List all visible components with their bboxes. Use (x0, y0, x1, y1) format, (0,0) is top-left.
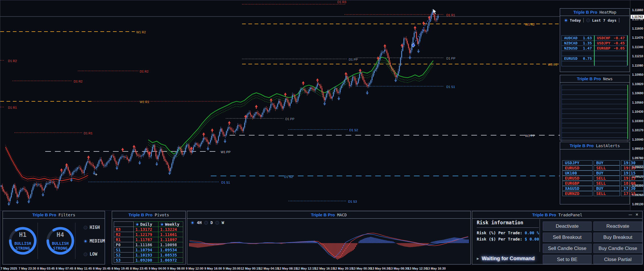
alerts-panel-title[interactable]: Triple B Pro LastAlerts (560, 142, 629, 149)
radio-label[interactable]: 4H (197, 220, 202, 225)
macd-plot (187, 225, 470, 264)
pivot-cell: R2 (114, 232, 134, 237)
reactivate-button[interactable]: Reactivate (593, 221, 642, 231)
brand-label: Triple B Pro (577, 76, 601, 81)
buy-candle-close-button[interactable]: Buy Candle Close (593, 244, 642, 253)
pivot-row: S31.092001.06972 (114, 258, 183, 263)
time-tick-label: 8 May 03:45 (37, 267, 55, 270)
heatmap-panel-title[interactable]: Triple B Pro HeatMap (560, 9, 629, 16)
risk-line: Risk (%) Per Trade: 0.00 % (477, 231, 539, 235)
pivot-cell: 1.13224 (158, 227, 183, 232)
news-row (562, 114, 628, 119)
pivot-mode-radio-daily[interactable] (135, 223, 139, 226)
radio-dot[interactable] (84, 239, 87, 243)
alert-cell: SELL (594, 181, 620, 186)
time-tick-label: 9 May 20:00 (223, 267, 241, 270)
pivot-label: D1 S1 (221, 181, 230, 184)
brand-label: Triple B Pro (570, 143, 594, 148)
trade-panel-title[interactable]: Triple B Pro TradePanel (472, 211, 642, 219)
alert-cell: USDJPY (562, 160, 593, 165)
pivot-row: S11.107941.09534 (114, 247, 183, 252)
pivot-col-header[interactable]: Daily (134, 222, 158, 227)
pivot-cell: 1.09200 (134, 258, 158, 263)
alert-row: USDJPYBUY19:30 (562, 160, 644, 165)
filter-radio-high[interactable]: HIGH (84, 225, 100, 230)
pivot-label: W1 R2 (525, 23, 535, 26)
macd-radio-w[interactable] (215, 221, 219, 225)
time-tick-label: 12 May 08:15 (278, 267, 297, 270)
time-tick-label: 13 May 12:30 (408, 267, 427, 270)
news-right-accent (628, 85, 628, 139)
buy-breakout-button[interactable]: Buy Breakout (593, 233, 642, 242)
radio-label[interactable]: W (222, 220, 224, 225)
price-tick-label: 1.10170 (632, 128, 643, 132)
news-row (562, 85, 628, 90)
radio-label[interactable]: D (210, 220, 213, 225)
radio-dot[interactable] (84, 226, 87, 229)
pivot-cell: 1.10794 (134, 247, 158, 252)
divider (38, 223, 38, 259)
radio-label[interactable]: Last 7 days (592, 18, 616, 22)
price-tick-label: 1.11600 (632, 27, 643, 30)
macd-panel-title[interactable]: Triple B Pro MACD (187, 211, 470, 219)
time-tick-label: 12 May 12:15 (296, 267, 316, 270)
divider (75, 223, 75, 259)
time-tick-label: 13 May 16:30 (426, 267, 446, 270)
pivot-cell: 1.11661 (158, 232, 183, 237)
macd-radio-d[interactable] (204, 221, 208, 225)
alert-cell: EURUSD (562, 165, 593, 171)
news-panel-title[interactable]: Triple B Pro News (560, 75, 629, 83)
time-tick-label: 12 May 04:15 (259, 267, 278, 270)
heatmap-radio-today[interactable] (564, 19, 568, 22)
trade-title-label: TradePanel (558, 213, 582, 217)
radio-dot[interactable] (84, 252, 87, 256)
filters-panel-title[interactable]: Triple B Pro Filters (3, 211, 105, 219)
filter-radio-medium[interactable]: MEDIUM (84, 239, 105, 244)
pivot-cell: 1.10193 (134, 252, 158, 258)
price-tick-label: 1.10950 (632, 73, 643, 76)
heatmap-right-accent (627, 35, 628, 65)
heatmap-radio-last-7-days[interactable] (586, 19, 590, 22)
pivot-mode-radio-weekly[interactable] (160, 223, 163, 226)
time-tick-label: 8 May 15:45 (93, 267, 111, 270)
heatmap-row (562, 51, 595, 56)
heatmap-row: EURUSD0.75 (562, 56, 595, 61)
sell-candle-close-button[interactable]: Sell Candle Close (543, 244, 592, 253)
pivot-cell: 1.06972 (158, 258, 183, 263)
radio-label[interactable]: Today (570, 18, 581, 22)
alert-row: EURNZDSELL17:15 (562, 191, 644, 196)
brand-label: Triple B Pro (573, 10, 597, 15)
pivots-panel: Triple B Pro Pivots DailyWeeklyR31.13172… (112, 211, 186, 264)
close-icon[interactable]: ✕ (635, 213, 638, 217)
pivots-panel-title[interactable]: Triple B Pro Pivots (112, 211, 185, 219)
news-row (562, 119, 628, 124)
heatmap-title-label: HeatMap (600, 10, 616, 15)
alert-cell: 19:15 (621, 176, 644, 181)
deactivate-button[interactable]: Deactivate (543, 221, 592, 231)
news-title-label: News (603, 77, 613, 81)
pivot-label: D1 S3 (348, 200, 357, 203)
pivot-cell: R1 (114, 237, 134, 242)
macd-radio-4h[interactable] (191, 221, 194, 225)
alerts-panel: Triple B Pro LastAlerts USDJPYBUY19:30EU… (560, 142, 630, 204)
pivot-label: D1 R1 (8, 106, 17, 109)
pivot-cell: 1.09534 (158, 247, 183, 252)
time-tick-label: 8 May 19:45 (112, 267, 129, 270)
risk-line: Risk ($) Per Trade: $ 0.00 (477, 237, 539, 241)
sell-breakout-button[interactable]: Sell Breakout (543, 233, 592, 242)
pivot-col-header[interactable]: Weekly (158, 222, 183, 227)
alert-cell: EURGBP (562, 181, 593, 186)
heatmap-row: NZDCAD1.35 (562, 41, 595, 46)
minimize-icon[interactable]: — (629, 213, 632, 217)
news-row (562, 90, 628, 95)
price-tick-label: 1.10300 (632, 119, 643, 123)
filter-radio-low[interactable]: LOW (84, 252, 97, 257)
time-axis[interactable]: 7 May 20257 May 23:308 May 03:458 May 07… (0, 265, 644, 271)
close-partial-button[interactable]: Close Partial (593, 255, 642, 264)
set-to-be-button[interactable]: Set to BE (543, 255, 592, 264)
brand-label: Triple B Pro (32, 212, 56, 217)
pivot-label: D1 R2 (74, 80, 82, 83)
svg-text:STRONG: STRONG (53, 246, 68, 251)
alert-cell: BUY (594, 171, 620, 176)
heatmap-row: NZDUSD1.47 (562, 46, 595, 51)
